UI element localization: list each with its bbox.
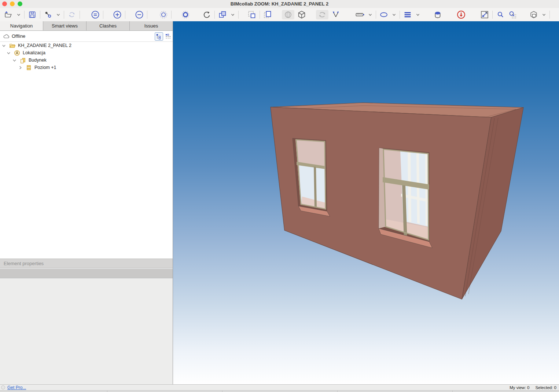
viewpoints-button[interactable] [218,10,227,19]
tab-smart-views[interactable]: Smart views [43,21,87,30]
merge-menu-button[interactable] [55,10,61,19]
sync-camera-button[interactable] [316,10,328,19]
chevron-down-icon [16,12,21,17]
tree-view-toggle[interactable] [155,32,163,41]
chevron-down-icon [368,12,373,17]
tree-row-site[interactable]: Lokalizacja [0,49,173,56]
circled-minus-icon [135,10,144,19]
get-pro-link[interactable]: Get Pro... [7,385,26,390]
viewpoints-menu-button[interactable] [230,10,235,19]
measure-ruler-button[interactable] [355,10,365,19]
collapse-chevron-icon[interactable] [12,58,16,62]
cube-icon [297,10,306,19]
circled-plus-icon [113,10,122,19]
highlight-circle-button[interactable] [159,10,168,19]
model-tree: KH_ZADANIE 2_PANEL 2 Lokalizacja [0,42,173,259]
tab-issues[interactable]: Issues [130,21,173,30]
zoom-window-button[interactable] [496,10,505,19]
zoom-selection-icon [508,10,517,19]
toolbar-separator [64,11,64,19]
fit-view-button[interactable] [480,10,489,19]
toolbar-separator [103,11,103,19]
my-view-count: My view: 0 [510,385,529,390]
refresh-icon [68,11,76,19]
zoom-window-icon [496,10,505,19]
refresh-models-button[interactable] [67,10,77,19]
tab-clashes[interactable]: Clashes [87,21,130,30]
select-area-button[interactable] [247,10,257,19]
section-box-button[interactable] [282,10,294,19]
connection-status: Offline [12,33,25,39]
highlight-circle-strong-button[interactable] [181,10,190,19]
collapse-chevron-icon[interactable] [6,51,11,55]
open-model-icon [4,11,12,19]
highlight-circle-strong-icon [181,10,190,19]
highlight-circle-icon [159,10,168,19]
merge-models-icon [44,11,52,19]
lines-menu-button[interactable] [415,10,420,19]
toolbar-separator [400,11,400,19]
hide-menu-button[interactable] [541,10,547,19]
tab-navigation[interactable]: Navigation [0,21,43,30]
sync-camera-icon [318,10,327,19]
copy-selection-button[interactable] [263,10,272,19]
element-properties-header: Element properties [0,259,173,268]
window-left[interactable] [293,138,330,216]
tree-label: Budynek [29,58,47,63]
tree-row-storey[interactable]: Poziom +1 [0,64,173,71]
viewport-3d[interactable] [173,21,559,384]
element-properties-columns [0,269,173,278]
open-menu-button[interactable] [16,10,21,19]
ellipse-icon [379,10,388,19]
element-properties-body [0,278,173,384]
toolbar-separator [40,11,40,19]
tree-label: KH_ZADANIE 2_PANEL 2 [18,43,71,48]
paint-material-icon [433,10,442,19]
save-button[interactable] [27,10,37,19]
toolbar-separator [549,11,550,19]
title-bar: BIMcollab ZOOM: KH_ZADANIE 2_PANEL 2 [0,0,559,8]
tree-row-building[interactable]: Budynek [0,56,173,64]
building-icon [20,57,26,63]
toolbar-separator [147,11,147,19]
record-issue-button[interactable] [456,10,466,19]
ellipse-menu-button[interactable] [391,10,397,19]
line-thickness-button[interactable] [403,10,412,19]
perspective-cube-button[interactable] [297,10,306,19]
open-model-button[interactable] [4,10,13,19]
hide-element-button[interactable] [529,10,538,19]
save-icon [28,11,36,19]
select-area-icon [247,10,256,19]
expand-chevron-icon[interactable] [18,65,22,70]
list-view-toggle[interactable] [164,32,172,41]
reset-rotation-icon [202,10,211,19]
selected-count: Selected: 0 [535,385,556,390]
reset-rotation-button[interactable] [202,10,212,19]
ruler-menu-button[interactable] [367,10,373,19]
circled-plus-button[interactable] [113,10,122,19]
window-right[interactable] [379,148,432,248]
collapse-chevron-icon[interactable] [1,43,6,48]
zoom-selection-button[interactable] [508,10,517,19]
toolbar-separator [260,11,260,19]
window-title: BIMcollab ZOOM: KH_ZADANIE 2_PANEL 2 [0,1,559,7]
model-canvas[interactable] [173,21,559,384]
app-window: BIMcollab ZOOM: KH_ZADANIE 2_PANEL 2 [0,0,559,392]
circled-equals-button[interactable] [91,10,100,19]
pro-badge-icon [1,385,5,389]
hide-element-icon [529,10,538,19]
toolbar-separator [24,11,25,19]
paint-material-button[interactable] [433,10,442,19]
measure-angle-button[interactable] [331,10,341,19]
ruler-icon [355,10,365,19]
connection-row: Offline [0,31,173,42]
strip-divider [107,391,107,392]
chevron-down-icon [230,12,235,17]
element-properties-title: Element properties [4,261,44,266]
circled-minus-button[interactable] [135,10,144,19]
tree-row-model[interactable]: KH_ZADANIE 2_PANEL 2 [0,42,173,49]
toolbar-separator [492,11,493,19]
ellipse-markup-button[interactable] [379,10,389,19]
merge-models-button[interactable] [43,10,53,19]
strip-divider [337,391,338,392]
